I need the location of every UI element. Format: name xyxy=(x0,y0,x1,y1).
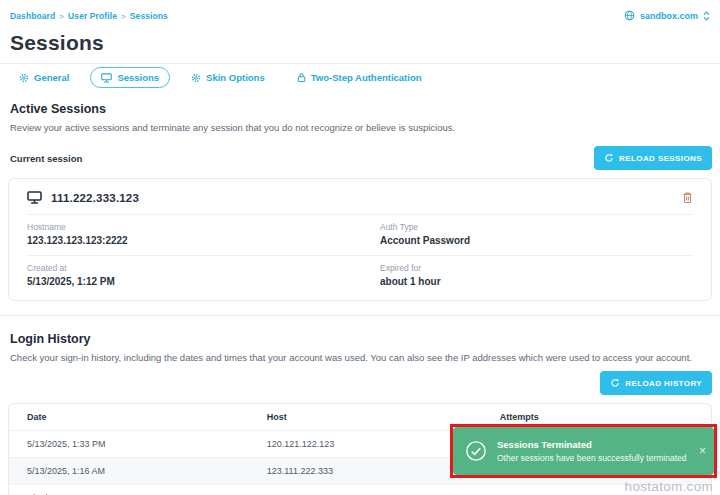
current-session-card: 111.222.333.123 Hostname 123.123.123.123… xyxy=(8,178,712,301)
lock-icon xyxy=(297,72,306,83)
refresh-icon xyxy=(604,153,614,163)
detail-row: Hostname 123.123.123.123:2222 Auth Type … xyxy=(27,214,693,255)
tab-label: Sessions xyxy=(117,72,159,83)
breadcrumb-dashboard[interactable]: Dashboard xyxy=(10,11,55,21)
login-history-toolbar: RELOAD HISTORY xyxy=(0,371,720,395)
column-header-date: Date xyxy=(27,404,267,430)
login-history-description: Check your sign-in history, including th… xyxy=(0,346,720,363)
breadcrumb-sessions[interactable]: Sessions xyxy=(130,11,168,21)
cell-date: 5/13/2025, 1:12 PM xyxy=(27,485,267,495)
chevron-up-down-icon xyxy=(703,11,710,21)
globe-icon xyxy=(624,10,635,21)
tab-general[interactable]: General xyxy=(8,67,80,88)
login-history-heading: Login History xyxy=(0,326,720,346)
field-label: Auth Type xyxy=(380,222,693,232)
field-label: Hostname xyxy=(27,222,380,232)
field-created-at: Created at 5/13/2025, 1:12 PM xyxy=(27,263,380,287)
gear-icon xyxy=(191,73,201,83)
domain-selector-label: sandbox.com xyxy=(640,11,698,21)
field-hostname: Hostname 123.123.123.123:2222 xyxy=(27,222,380,246)
field-value: 123.123.123.123:2222 xyxy=(27,235,380,246)
tab-bar: General Sessions Skin Options Two-Step A… xyxy=(0,64,720,96)
field-value: 5/13/2025, 1:12 PM xyxy=(27,276,380,287)
sessions-page: Dashboard>User Profile>Sessions sandbox.… xyxy=(0,0,720,495)
tab-skin-options[interactable]: Skin Options xyxy=(180,67,276,88)
field-label: Created at xyxy=(27,263,380,273)
session-details: Hostname 123.123.123.123:2222 Auth Type … xyxy=(27,214,693,300)
breadcrumb-separator: > xyxy=(121,12,126,21)
toast-message: Other sessions have been successfully te… xyxy=(497,452,686,465)
success-toast: Sessions Terminated Other sessions have … xyxy=(453,427,714,475)
active-sessions-description: Review your active sessions and terminat… xyxy=(0,116,720,133)
breadcrumb-user-profile[interactable]: User Profile xyxy=(68,11,117,21)
monitor-icon xyxy=(101,73,112,83)
breadcrumb-separator: > xyxy=(59,12,64,21)
refresh-icon xyxy=(610,378,620,388)
toast-text: Sessions Terminated Other sessions have … xyxy=(497,438,686,465)
detail-row: Created at 5/13/2025, 1:12 PM Expired fo… xyxy=(27,255,693,296)
field-expired-for: Expired for about 1 hour xyxy=(380,263,693,287)
session-ip: 111.222.333.123 xyxy=(51,192,139,204)
tab-label: Two-Step Authentication xyxy=(311,72,422,83)
breadcrumb: Dashboard>User Profile>Sessions xyxy=(10,11,168,21)
cell-date: 5/13/2025, 1:33 PM xyxy=(27,431,267,457)
field-label: Expired for xyxy=(380,263,693,273)
tab-label: Skin Options xyxy=(206,72,265,83)
check-circle-icon xyxy=(465,440,487,462)
tab-label: General xyxy=(34,72,69,83)
domain-selector[interactable]: sandbox.com xyxy=(624,10,710,21)
current-session-label: Current session xyxy=(10,153,82,164)
table-row: 5/13/2025, 1:12 PM 111.222.333.123 xyxy=(9,484,711,495)
page-title: Sessions xyxy=(0,21,720,55)
reload-history-button[interactable]: RELOAD HISTORY xyxy=(600,371,712,395)
reload-history-label: RELOAD HISTORY xyxy=(625,379,702,388)
top-bar: Dashboard>User Profile>Sessions sandbox.… xyxy=(0,0,720,21)
tab-two-step-authentication[interactable]: Two-Step Authentication xyxy=(286,67,433,88)
watermark: hostatom.com xyxy=(625,479,713,494)
field-value: about 1 hour xyxy=(380,276,693,287)
close-icon[interactable]: × xyxy=(699,445,706,457)
trash-icon xyxy=(682,191,693,204)
monitor-icon xyxy=(27,191,42,204)
gear-icon xyxy=(19,73,29,83)
current-session-toolbar: Current session RELOAD SESSIONS xyxy=(0,146,720,170)
field-auth-type: Auth Type Account Password xyxy=(380,222,693,246)
section-divider xyxy=(0,315,720,316)
session-row: 111.222.333.123 xyxy=(9,179,711,214)
cell-date: 5/13/2025, 1:16 AM xyxy=(27,458,267,484)
active-sessions-heading: Active Sessions xyxy=(0,96,720,116)
reload-sessions-label: RELOAD SESSIONS xyxy=(619,154,702,163)
cell-host: 111.222.333.123 xyxy=(267,485,500,495)
reload-sessions-button[interactable]: RELOAD SESSIONS xyxy=(594,146,712,170)
toast-title: Sessions Terminated xyxy=(497,438,686,452)
terminate-session-button[interactable] xyxy=(682,191,693,204)
field-value: Account Password xyxy=(380,235,693,246)
annotation-highlight-box: Sessions Terminated Other sessions have … xyxy=(450,424,717,478)
tab-sessions[interactable]: Sessions xyxy=(90,67,170,88)
